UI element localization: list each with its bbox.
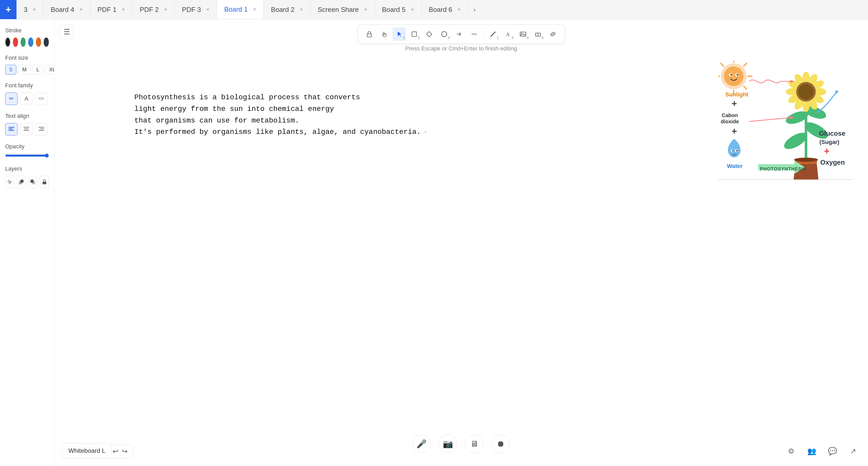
font-family-pencil[interactable]: ✏ <box>5 92 18 105</box>
settings-icon[interactable]: ⚙ <box>784 444 798 458</box>
canvas-area[interactable]: ☰ 1 2 <box>54 19 868 466</box>
menu-button[interactable]: ☰ <box>59 25 74 39</box>
tool-arrow[interactable] <box>453 27 466 41</box>
tool-image[interactable]: 9 <box>517 27 530 41</box>
svg-rect-14 <box>367 34 371 37</box>
svg-text:Water: Water <box>727 163 743 169</box>
bottom-toolbar: 🎤 📷 🖥 ⏺ <box>412 434 510 453</box>
opacity-slider[interactable] <box>5 153 49 158</box>
tab-pdf2[interactable]: PDF 2 × <box>132 0 175 19</box>
close-tab-board2[interactable]: × <box>300 6 303 13</box>
tool-text[interactable]: A 5 <box>501 27 515 41</box>
text-align-label: Text align <box>5 113 49 119</box>
close-tab-pdf2[interactable]: × <box>164 6 167 13</box>
tab-pdf3[interactable]: PDF 3 × <box>175 0 217 19</box>
tool-select[interactable]: 1 <box>393 27 406 41</box>
align-right-btn[interactable] <box>35 123 48 136</box>
tab-overflow[interactable]: › <box>468 0 481 19</box>
font-size-section: Font size S M L XL <box>5 55 49 75</box>
layer-btn-link[interactable] <box>5 176 14 188</box>
color-blue[interactable] <box>28 37 33 47</box>
svg-rect-1 <box>8 128 13 129</box>
users-icon[interactable]: 👥 <box>804 444 819 458</box>
layer-btn-lock[interactable] <box>40 176 49 188</box>
tool-hand[interactable] <box>378 27 391 41</box>
tool-pencil[interactable]: 2 <box>487 27 500 41</box>
redo-button[interactable]: ↪ <box>122 447 128 456</box>
svg-point-48 <box>736 150 738 151</box>
tab-board1[interactable]: Board 1 × <box>217 0 264 19</box>
svg-point-17 <box>442 32 447 37</box>
tab-board6[interactable]: Board 6 × <box>422 0 468 19</box>
close-tab-board1[interactable]: × <box>253 6 256 13</box>
opacity-section: Opacity <box>5 143 49 158</box>
mic-button[interactable]: 🎤 <box>412 434 431 453</box>
opacity-slider-wrap <box>5 153 49 158</box>
record-button[interactable]: ⏺ <box>491 434 510 453</box>
color-black[interactable] <box>5 37 10 47</box>
svg-rect-15 <box>412 32 417 36</box>
color-darkgray[interactable] <box>44 37 49 47</box>
tool-line[interactable] <box>468 27 481 41</box>
close-tab-pdf3[interactable]: × <box>206 6 210 13</box>
svg-text:Sunlight: Sunlight <box>725 91 748 98</box>
tool-circle[interactable]: 4 <box>438 27 451 41</box>
font-family-code[interactable]: </> <box>35 92 48 105</box>
tool-diamond[interactable] <box>423 27 436 41</box>
svg-line-35 <box>721 86 723 89</box>
align-left-btn[interactable] <box>5 123 18 136</box>
color-orange[interactable] <box>36 37 41 47</box>
layer-btn-front[interactable] <box>17 176 26 188</box>
camera-button[interactable]: 📷 <box>439 434 457 453</box>
close-tab-board4[interactable]: × <box>79 6 83 13</box>
font-family-section: Font family ✏ A </> <box>5 82 49 105</box>
tab-pdf1[interactable]: PDF 1 × <box>90 0 132 19</box>
svg-rect-6 <box>38 127 44 128</box>
layers-section: Layers <box>5 166 49 188</box>
top-toolbar: 1 2 4 <box>358 25 565 44</box>
svg-text:A: A <box>506 32 510 37</box>
screen-button[interactable]: 🖥 <box>465 434 484 453</box>
svg-point-47 <box>732 150 734 151</box>
svg-rect-2 <box>8 130 14 131</box>
close-tab-screenshare[interactable]: × <box>364 6 367 13</box>
tab-board5[interactable]: Board 5 × <box>375 0 422 19</box>
exit-icon[interactable]: ↗ <box>846 444 860 458</box>
new-tab-button[interactable]: + <box>0 0 17 19</box>
tool-link[interactable] <box>547 27 560 41</box>
whiteboard-label[interactable]: Whiteboard L <box>62 443 112 458</box>
color-red[interactable] <box>13 37 18 47</box>
svg-line-33 <box>744 86 747 89</box>
layers-row <box>5 176 49 188</box>
tool-eraser[interactable]: 0 <box>531 27 545 41</box>
svg-point-39 <box>737 74 738 76</box>
close-tab-pdf1[interactable]: × <box>122 6 125 13</box>
chat-icon[interactable]: 💬 <box>825 444 840 458</box>
photo-text[interactable]: Photosynthesis is a biological process t… <box>134 92 427 138</box>
stroke-label: Stroke <box>5 27 49 34</box>
font-size-l[interactable]: L <box>33 65 43 75</box>
tab-board3[interactable]: 3 × <box>17 0 43 19</box>
svg-rect-8 <box>38 130 44 131</box>
tool-shape[interactable]: 2 <box>408 27 421 41</box>
close-tab-board3[interactable]: × <box>33 6 36 13</box>
tab-board4[interactable]: Board 4 × <box>43 0 90 19</box>
left-panel: Stroke Font size S M L XL Font family <box>0 19 54 466</box>
tool-lock[interactable] <box>363 27 376 41</box>
font-size-m[interactable]: M <box>18 65 30 75</box>
align-center-btn[interactable] <box>20 123 33 136</box>
close-tab-board6[interactable]: × <box>458 6 461 13</box>
color-green[interactable] <box>21 37 26 47</box>
close-tab-board5[interactable]: × <box>411 6 414 13</box>
font-family-serif[interactable]: A <box>20 92 33 105</box>
photo-diagram: Sunlight + Cabon dioxide + <box>718 61 852 182</box>
undo-button[interactable]: ↩ <box>113 447 118 456</box>
svg-rect-7 <box>40 128 44 129</box>
svg-rect-0 <box>8 127 14 128</box>
text-align-section: Text align <box>5 113 49 136</box>
tab-board2[interactable]: Board 2 × <box>264 0 311 19</box>
font-size-s[interactable]: S <box>5 65 16 75</box>
svg-point-27 <box>724 66 743 86</box>
layer-btn-back[interactable] <box>28 176 37 188</box>
tab-screenshare[interactable]: Screen Share × <box>311 0 375 19</box>
